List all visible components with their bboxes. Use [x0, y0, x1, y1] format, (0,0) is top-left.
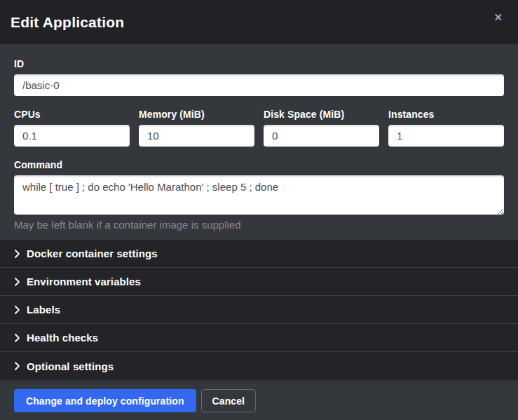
modal-title: Edit Application [11, 14, 124, 31]
chevron-right-icon [14, 277, 20, 287]
application-form: ID CPUs Memory (MiB) Disk Space (MiB) In… [0, 44, 518, 240]
section-environment-variables[interactable]: Environment variables [0, 268, 518, 296]
section-labels[interactable]: Labels [0, 296, 518, 324]
instances-label: Instances [388, 109, 504, 120]
change-and-deploy-button[interactable]: Change and deploy configuration [14, 389, 196, 412]
instances-input[interactable] [388, 125, 504, 147]
section-label: Labels [27, 304, 60, 316]
section-label: Environment variables [27, 276, 141, 287]
section-label: Docker container settings [27, 248, 158, 259]
cancel-button[interactable]: Cancel [201, 389, 257, 412]
cpus-input[interactable] [14, 125, 130, 147]
command-help-text: May be left blank if a container image i… [14, 219, 504, 231]
cpus-field-group: CPUs [14, 109, 130, 147]
memory-label: Memory (MiB) [139, 109, 254, 120]
chevron-right-icon [14, 361, 20, 371]
disk-label: Disk Space (MiB) [264, 109, 379, 120]
memory-input[interactable] [139, 125, 254, 147]
memory-field-group: Memory (MiB) [139, 109, 254, 147]
disk-input[interactable] [264, 125, 379, 147]
accordion-sections: Docker container settings Environment va… [0, 240, 518, 380]
section-optional-settings[interactable]: Optional settings [0, 352, 518, 380]
command-label: Command [14, 159, 504, 170]
section-label: Health checks [27, 332, 98, 344]
modal-footer: Change and deploy configuration Cancel [0, 380, 518, 420]
command-textarea[interactable]: while [ true ] ; do echo 'Hello Marathon… [14, 175, 504, 215]
chevron-right-icon [14, 249, 20, 259]
section-health-checks[interactable]: Health checks [0, 324, 518, 352]
section-docker-container-settings[interactable]: Docker container settings [0, 240, 518, 268]
id-field-group: ID [14, 58, 504, 96]
instances-field-group: Instances [388, 109, 504, 147]
disk-field-group: Disk Space (MiB) [264, 109, 379, 147]
chevron-right-icon [14, 333, 20, 343]
close-icon[interactable]: ✕ [489, 9, 507, 25]
chevron-right-icon [14, 305, 20, 315]
id-input[interactable] [14, 74, 504, 96]
section-label: Optional settings [27, 360, 114, 372]
resources-row: CPUs Memory (MiB) Disk Space (MiB) Insta… [14, 109, 504, 147]
modal-header: Edit Application ✕ [0, 0, 518, 44]
cpus-label: CPUs [14, 109, 130, 120]
command-field-group: Command while [ true ] ; do echo 'Hello … [14, 159, 504, 231]
edit-application-modal: Edit Application ✕ ID CPUs Memory (MiB) … [0, 0, 518, 420]
id-label: ID [14, 58, 504, 69]
